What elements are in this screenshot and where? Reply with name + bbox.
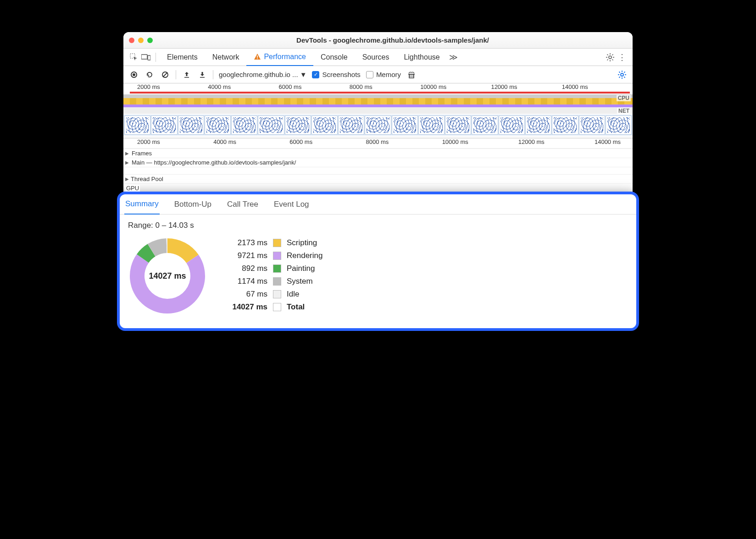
screenshots-label: Screenshots (322, 71, 360, 78)
settings-icon[interactable] (604, 51, 616, 63)
legend-row: 892 msPainting (225, 264, 322, 273)
flamechart-pane[interactable]: 2000 ms 4000 ms 6000 ms 8000 ms 10000 ms… (123, 138, 633, 192)
threadpool-label: Thread Pool (131, 176, 163, 182)
screenshots-checkbox[interactable]: ✓ Screenshots (312, 71, 360, 78)
ruler-tick: 12000 ms (518, 138, 595, 148)
tab-elements[interactable]: Elements (160, 49, 205, 66)
site-selector-label: googlechrome.github.io ... (219, 71, 298, 78)
overview-pane[interactable]: || || 2000 ms 4000 ms 6000 ms 8000 ms 10… (123, 83, 633, 138)
device-toggle-icon[interactable] (140, 51, 152, 63)
range-text: Range: 0 – 14.03 s (128, 221, 628, 230)
svg-rect-4 (257, 58, 258, 59)
svg-point-25 (621, 73, 623, 76)
screenshot-thumb[interactable] (205, 116, 231, 135)
ruler-tick: 10000 ms (420, 83, 491, 93)
legend-ms: 9721 ms (225, 251, 267, 260)
tab-event-log[interactable]: Event Log (273, 194, 310, 214)
tab-performance[interactable]: Performance (246, 49, 313, 66)
clear-icon[interactable] (160, 70, 170, 80)
svg-line-13 (612, 54, 613, 55)
screenshot-thumb[interactable] (258, 116, 284, 135)
screenshot-thumb[interactable] (472, 116, 498, 135)
screenshot-thumb[interactable] (124, 116, 150, 135)
screenshot-thumb[interactable] (499, 116, 525, 135)
legend-name: Painting (287, 264, 315, 273)
svg-line-31 (624, 77, 625, 77)
legend-row: 67 msIdle (225, 290, 322, 299)
net-label: NET (617, 108, 631, 114)
memory-checkbox[interactable]: Memory (366, 71, 401, 78)
frames-track[interactable]: ▶Frames (123, 148, 633, 158)
svg-line-33 (624, 72, 625, 72)
window-title: DevTools - googlechrome.github.io/devtoo… (158, 36, 627, 44)
legend-name: Scripting (287, 238, 317, 248)
legend-swatch (273, 264, 281, 273)
screenshot-thumb[interactable] (552, 116, 578, 135)
ruler-tick: 14000 ms (595, 138, 633, 148)
ruler-tick: 2000 ms (137, 138, 213, 148)
tab-lighthouse[interactable]: Lighthouse (396, 49, 447, 66)
reload-icon[interactable] (145, 70, 155, 80)
download-icon[interactable] (197, 70, 207, 80)
inspect-icon[interactable] (128, 51, 140, 63)
tab-performance-label: Performance (264, 53, 306, 61)
tab-console[interactable]: Console (313, 49, 355, 66)
cpu-lane: CPU (123, 94, 633, 107)
screenshot-thumb[interactable] (311, 116, 338, 135)
memory-label: Memory (376, 71, 401, 78)
minimize-icon[interactable] (138, 38, 144, 43)
screenshot-thumb[interactable] (418, 116, 445, 135)
capture-settings-icon[interactable] (617, 70, 627, 80)
legend-ms: 1174 ms (225, 277, 267, 286)
screenshot-thumb[interactable] (392, 116, 418, 135)
upload-icon[interactable] (182, 70, 192, 80)
performance-toolbar: googlechrome.github.io ... ▼ ✓ Screensho… (123, 66, 633, 83)
titlebar: DevTools - googlechrome.github.io/devtoo… (123, 32, 633, 49)
legend-swatch (273, 252, 281, 260)
threadpool-track[interactable]: ▶Thread Pool (123, 174, 633, 183)
legend-ms: 2173 ms (225, 238, 267, 248)
screenshot-thumb[interactable] (525, 116, 551, 135)
tab-bottom-up[interactable]: Bottom-Up (173, 194, 212, 214)
gpu-track[interactable]: GPU (123, 183, 633, 192)
screenshot-thumb[interactable] (231, 116, 257, 135)
site-selector[interactable]: googlechrome.github.io ... ▼ (219, 71, 306, 78)
screenshot-thumb[interactable] (445, 116, 471, 135)
screenshot-thumb[interactable] (338, 116, 364, 135)
collect-garbage-icon[interactable] (406, 70, 417, 80)
screenshot-thumb[interactable] (606, 116, 632, 135)
fps-bar (130, 92, 630, 94)
legend-swatch (273, 290, 281, 298)
svg-rect-18 (184, 77, 189, 78)
svg-point-5 (609, 56, 611, 59)
cpu-label: CPU (617, 95, 631, 101)
overview-ruler: 2000 ms 4000 ms 6000 ms 8000 ms 10000 ms… (123, 83, 633, 93)
screenshot-thumb[interactable] (365, 116, 391, 135)
kebab-menu-icon[interactable]: ⋮ (616, 51, 628, 63)
legend-name: Rendering (287, 251, 322, 260)
ruler-tick: 14000 ms (562, 83, 633, 93)
expand-icon: ▶ (125, 176, 129, 182)
tab-sources[interactable]: Sources (355, 49, 397, 66)
screenshot-thumb[interactable] (178, 116, 204, 135)
close-icon[interactable] (129, 38, 134, 43)
screenshots-lane (123, 115, 633, 136)
legend-row: 9721 msRendering (225, 251, 322, 260)
svg-line-17 (163, 72, 167, 77)
legend-ms: 14027 ms (225, 302, 267, 312)
main-track[interactable]: ▶Main — https://googlechrome.github.io/d… (123, 158, 633, 167)
tab-summary[interactable]: Summary (124, 194, 160, 214)
more-tabs-icon[interactable]: ≫ (449, 52, 458, 62)
donut-center-value: 14027 ms (128, 236, 207, 315)
tab-network[interactable]: Network (205, 49, 247, 66)
zoom-icon[interactable] (147, 38, 153, 43)
screenshot-thumb[interactable] (151, 116, 177, 135)
tab-call-tree[interactable]: Call Tree (226, 194, 259, 214)
screenshot-thumb[interactable] (579, 116, 605, 135)
record-icon[interactable] (129, 70, 139, 80)
legend-swatch (273, 277, 281, 286)
frames-label: Frames (131, 150, 153, 157)
svg-line-10 (607, 54, 608, 55)
svg-rect-19 (200, 77, 205, 78)
screenshot-thumb[interactable] (285, 116, 311, 135)
